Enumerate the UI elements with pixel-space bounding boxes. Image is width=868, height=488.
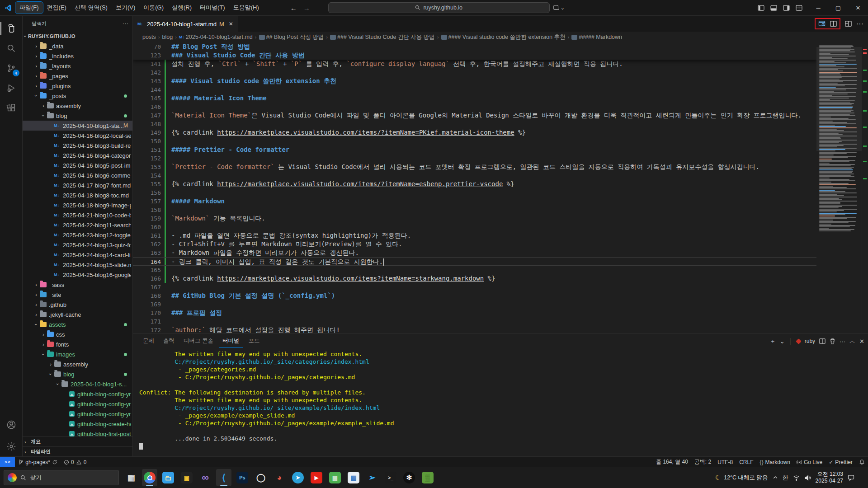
code-line-142[interactable]: 142 xyxy=(133,68,816,77)
panel-tab-출력[interactable]: 출력 xyxy=(160,334,178,348)
explorer-more-icon[interactable]: ··· xyxy=(123,21,129,26)
volume-icon[interactable] xyxy=(804,475,811,481)
split-editor-icon[interactable] xyxy=(830,20,837,27)
code-line-70[interactable]: 70## Blog Post 작성 방법 xyxy=(133,42,816,51)
tree-folder[interactable]: ›2025-04-10-blog1-s... xyxy=(23,379,132,389)
sidebar-section-timeline[interactable]: ›타임라인 xyxy=(23,446,132,456)
tree-file[interactable]: github-blog-config-yml-... xyxy=(23,399,132,409)
tree-folder[interactable]: ›_data xyxy=(23,41,132,51)
terminal-output[interactable]: The written file may end up with unexpec… xyxy=(133,348,868,456)
extensions-icon[interactable] xyxy=(0,98,22,118)
split-terminal-icon[interactable] xyxy=(819,338,826,344)
code-line-164[interactable]: 164- 링크 클릭, 이미지 삽입, 표 작성 같은 것도 기본적으로 지원한… xyxy=(133,257,816,266)
new-terminal-icon[interactable]: ＋ xyxy=(770,337,776,345)
taskbar-app-browser-circle[interactable]: ◯ xyxy=(253,469,269,486)
tree-folder[interactable]: ›images xyxy=(23,349,132,359)
customize-layout-icon[interactable] xyxy=(794,3,804,12)
menu-item-5[interactable]: 이동(G) xyxy=(139,2,168,14)
code-line-146[interactable]: 146 xyxy=(133,103,816,111)
menu-item-4[interactable]: 보기(V) xyxy=(112,2,139,14)
toggle-panel-icon[interactable] xyxy=(769,3,778,12)
code-line-156[interactable]: 156 xyxy=(133,188,816,197)
taskbar-app-blue-arrow[interactable]: ➢ xyxy=(364,469,380,486)
show-desktop-button[interactable] xyxy=(861,467,863,488)
code-line-160[interactable]: 160 xyxy=(133,223,816,231)
tree-folder[interactable]: ›fonts xyxy=(23,339,132,349)
taskbar-app-store-grid[interactable]: ▦ xyxy=(346,469,361,486)
tree-file[interactable]: M↓2025-04-16-blog3-build-rel... xyxy=(23,141,132,150)
problems-item[interactable]: 0 0 xyxy=(61,457,90,467)
code-line-141[interactable]: 141설치 진행 후, `Ctrl` + `Shift` + `P` 를 입력 … xyxy=(133,60,816,68)
language-mode[interactable]: {} Markdown xyxy=(757,457,793,467)
tree-folder[interactable]: ›_includes xyxy=(23,51,132,61)
taskbar-app-chrome[interactable] xyxy=(142,469,157,486)
overview-ruler[interactable] xyxy=(862,42,868,333)
taskbar-app-chatgpt[interactable]: ✻ xyxy=(401,469,417,486)
tree-folder[interactable]: ›.github xyxy=(23,300,132,310)
minimap-slider[interactable] xyxy=(816,47,862,151)
tree-folder[interactable]: ›assembly xyxy=(23,101,132,111)
code-line-161[interactable]: 161- .md 파일을 열면 자동으로 문법 강조(syntax highli… xyxy=(133,231,816,240)
taskbar-app-media-player[interactable]: ▣ xyxy=(179,469,194,486)
taskbar-app-terminal[interactable]: >_ xyxy=(383,469,398,486)
code-line-167[interactable]: 167 xyxy=(133,283,816,291)
eol[interactable]: CRLF xyxy=(736,457,756,467)
taskbar-app-vscode[interactable]: ⟨ xyxy=(216,469,231,486)
code-line-149[interactable]: 149{% cardlink https://marketplace.visua… xyxy=(133,128,816,137)
tree-file[interactable]: M↓2025-04-24-blog15-slide.md xyxy=(23,260,132,270)
cursor-position[interactable]: 줄 164, 열 40 xyxy=(653,457,691,467)
code-line-171[interactable]: 171 xyxy=(133,317,816,326)
go-live-item[interactable]: Go Live xyxy=(793,457,826,467)
minimize-button[interactable]: ─ xyxy=(808,0,828,15)
tree-folder[interactable]: ›_plugins xyxy=(23,81,132,91)
tree-file[interactable]: M↓2025-04-16-blog6-comme... xyxy=(23,170,132,180)
code-line-154[interactable]: 154 xyxy=(133,171,816,180)
breadcrumb-item[interactable]: ## Blog Post 작성 방법 xyxy=(259,33,324,41)
prettier-item[interactable]: ✓ Prettier xyxy=(826,457,856,467)
weather-widget[interactable]: ☾ 12°C 대체로 맑음 xyxy=(715,474,768,482)
explorer-icon[interactable] xyxy=(0,19,22,38)
tree-file[interactable]: M↓2025-04-25-blog16-google... xyxy=(23,270,132,280)
code-line-148[interactable]: 148 xyxy=(133,120,816,128)
panel-more-icon[interactable]: ··· xyxy=(840,338,845,345)
tree-file[interactable]: github-blog-config-yml-... xyxy=(23,389,132,399)
code-line-150[interactable]: 150 xyxy=(133,137,816,145)
tree-file[interactable]: M↓2025-04-23-blog12-toggle-... xyxy=(23,230,132,240)
tab-close-icon[interactable]: ✕ xyxy=(229,21,233,27)
search-icon[interactable] xyxy=(0,38,22,58)
breadcrumb-item[interactable]: blog xyxy=(162,34,173,40)
taskbar-app-visual-studio[interactable]: ∞ xyxy=(198,469,213,486)
code-line-155[interactable]: 155{% cardlink https://marketplace.visua… xyxy=(133,180,816,188)
menu-item-1[interactable]: 파일(F) xyxy=(15,2,43,14)
code-line-152[interactable]: 152 xyxy=(133,154,816,163)
source-control-icon[interactable]: 4 xyxy=(0,58,22,78)
run-debug-icon[interactable] xyxy=(0,78,22,98)
tab-active[interactable]: M↓ 2025-04-10-blog1-start.md M ✕ xyxy=(133,16,238,32)
tree-file[interactable]: M↓2025-04-17-blog7-font.md xyxy=(23,180,132,190)
breadcrumb-item[interactable]: #### Visual studio code 쓸만한 extension 추천 xyxy=(441,33,566,41)
minimap[interactable] xyxy=(816,42,862,333)
maximize-button[interactable]: ▢ xyxy=(828,0,848,15)
taskbar-app-telegram[interactable]: ➤ xyxy=(290,469,306,486)
tree-file[interactable]: github-blog-create-hom... xyxy=(23,419,132,429)
kill-terminal-icon[interactable] xyxy=(830,338,835,344)
hidden-icons-chevron[interactable] xyxy=(773,475,778,480)
breadcrumb-item[interactable]: ##### Markdown xyxy=(571,34,622,40)
code-line-162[interactable]: 162- Ctrl+Shift+V 를 누르면 Markdown 미리보기(Pr… xyxy=(133,240,816,249)
taskbar-app-youtube[interactable]: ▶ xyxy=(309,469,324,486)
tree-folder[interactable]: ›css xyxy=(23,329,132,339)
profile-dropdown-icon[interactable]: ⌄ xyxy=(553,5,565,11)
remote-indicator[interactable]: >< xyxy=(0,457,15,467)
panel-close-icon[interactable]: ✕ xyxy=(859,338,864,345)
sidebar-section-outline[interactable]: ›개요 xyxy=(23,436,132,446)
settings-gear-icon[interactable] xyxy=(0,436,22,456)
toggle-sidebar-icon[interactable] xyxy=(756,3,766,12)
code-line-168[interactable]: 168## GitHub Blog 기본 설정 설명 (`_config.yml… xyxy=(133,291,816,300)
tree-file[interactable]: M↓2025-04-16-blog4-categor... xyxy=(23,150,132,160)
terminal-dropdown-icon[interactable]: ⌄ xyxy=(780,338,785,345)
menu-item-7[interactable]: 터미널(T) xyxy=(196,2,229,14)
tree-file[interactable]: M↓2025-04-10-blog1-sta...M xyxy=(23,121,132,131)
close-button[interactable]: ✕ xyxy=(848,0,868,15)
network-icon[interactable] xyxy=(793,475,800,481)
breadcrumb-item[interactable]: ### Visual Studio Code 간단 사용 방법 xyxy=(330,33,435,41)
